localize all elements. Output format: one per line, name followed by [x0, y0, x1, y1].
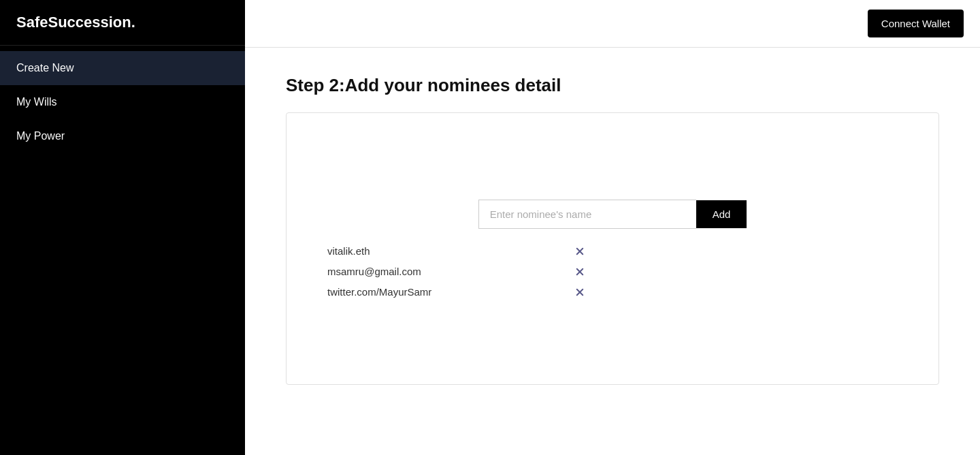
nominee-list: vitalik.eth msamru@gmail.com twitter.com… [327, 245, 586, 298]
page-content: Step 2:Add your nominees detail Add vita… [245, 48, 980, 455]
close-icon [574, 266, 586, 278]
sidebar: SafeSuccession. Create New My Wills My P… [0, 0, 245, 455]
nominee-item: vitalik.eth [327, 245, 586, 257]
nominee-name-2: msamru@gmail.com [327, 266, 567, 277]
sidebar-item-label-my-power: My Power [16, 130, 65, 142]
add-nominee-button[interactable]: Add [696, 200, 747, 228]
sidebar-item-my-wills[interactable]: My Wills [0, 85, 245, 119]
nominee-item: twitter.com/MayurSamr [327, 286, 586, 298]
connect-wallet-button[interactable]: Connect Wallet [868, 10, 964, 37]
nominee-item: msamru@gmail.com [327, 266, 586, 278]
sidebar-item-label-my-wills: My Wills [16, 96, 57, 108]
sidebar-item-label-create-new: Create New [16, 62, 74, 74]
nominee-name-1: vitalik.eth [327, 245, 567, 257]
nominee-name-input[interactable] [478, 200, 696, 229]
close-icon [574, 286, 586, 298]
main-content: Connect Wallet Step 2:Add your nominees … [245, 0, 980, 455]
sidebar-item-create-new[interactable]: Create New [0, 51, 245, 85]
sidebar-item-my-power[interactable]: My Power [0, 119, 245, 153]
nominee-input-row: Add [478, 200, 747, 229]
app-logo: SafeSuccession. [0, 0, 245, 46]
remove-nominee-1-button[interactable] [574, 245, 586, 257]
page-title: Step 2:Add your nominees detail [286, 75, 939, 96]
remove-nominee-2-button[interactable] [574, 266, 586, 278]
header: Connect Wallet [245, 0, 980, 48]
nominee-name-3: twitter.com/MayurSamr [327, 286, 567, 298]
close-icon [574, 245, 586, 257]
nominees-card: Add vitalik.eth msamru@gmail.com [286, 112, 939, 385]
remove-nominee-3-button[interactable] [574, 286, 586, 298]
sidebar-nav: Create New My Wills My Power [0, 51, 245, 153]
